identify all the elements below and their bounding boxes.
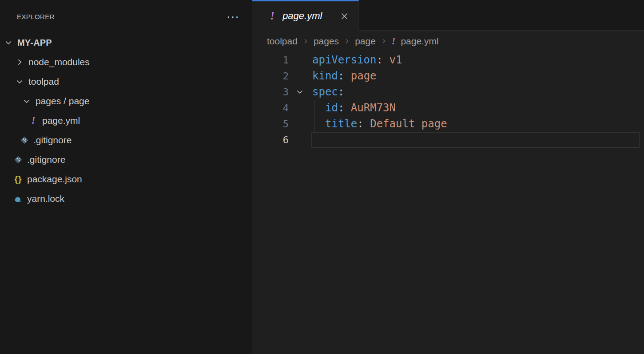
tab-bar: ! page.yml <box>252 0 644 31</box>
line-number: 4 <box>252 102 289 114</box>
chevron-down-icon <box>22 96 32 106</box>
close-icon[interactable] <box>340 12 349 20</box>
code-line-5: 5 title:Default page <box>252 116 644 132</box>
yaml-warning-icon: ! <box>28 116 38 126</box>
explorer-sidebar: EXPLORER ··· MY-APP node_modules to <box>0 0 252 354</box>
breadcrumb: toolpad pages page ! page.yml <box>252 31 644 52</box>
yaml-colon: : <box>357 118 363 130</box>
yaml-value: AuRM73N <box>351 102 396 114</box>
tree-item-label: node_modules <box>28 57 90 67</box>
line-number: 6 <box>252 134 289 146</box>
yaml-colon: : <box>377 54 383 66</box>
code-area[interactable]: 1 apiVersion:v1 2 kind:page 3 sp <box>252 52 644 354</box>
yaml-colon: : <box>338 86 344 98</box>
fold-chevron-icon[interactable] <box>289 87 312 96</box>
tree-item-toolpad[interactable]: toolpad <box>0 72 252 91</box>
yarn-icon <box>13 194 23 204</box>
more-actions-icon[interactable]: ··· <box>227 14 239 19</box>
chevron-right-icon <box>343 38 350 45</box>
yaml-value: Default page <box>370 118 447 130</box>
line-number: 1 <box>252 55 289 66</box>
tree-item-label: page.yml <box>42 115 80 126</box>
tree-item-my-app[interactable]: MY-APP <box>0 33 252 52</box>
current-line-highlight <box>311 132 640 148</box>
yaml-value: v1 <box>389 54 402 66</box>
tree-item-gitignore-root[interactable]: .gitignore <box>0 150 252 169</box>
code-line-1: 1 apiVersion:v1 <box>252 52 644 68</box>
yaml-key: id <box>325 102 338 114</box>
vscode-window: EXPLORER ··· MY-APP node_modules to <box>0 0 644 354</box>
breadcrumb-item-page[interactable]: page <box>355 36 376 47</box>
code-line-6: 6 <box>252 132 644 148</box>
explorer-header: EXPLORER ··· <box>0 0 252 33</box>
line-number: 2 <box>252 71 289 82</box>
code-line-2: 2 kind:page <box>252 68 644 84</box>
chevron-down-icon <box>15 77 24 87</box>
yaml-colon: : <box>338 102 344 114</box>
yaml-colon: : <box>338 70 344 82</box>
tree-item-label: .gitignore <box>27 154 65 165</box>
yaml-warning-icon: ! <box>270 9 274 23</box>
tree-item-label: .gitignore <box>33 135 72 146</box>
line-number: 5 <box>252 118 289 130</box>
tree-item-label: package.json <box>27 174 82 185</box>
yaml-key: kind <box>312 70 338 82</box>
tree-item-label: MY-APP <box>17 38 52 48</box>
tree-item-pages-page[interactable]: pages / page <box>0 91 252 111</box>
git-icon <box>20 135 29 145</box>
explorer-title: EXPLORER <box>17 13 55 20</box>
editor-group: ! page.yml toolpad pages page ! page.yml <box>252 0 644 354</box>
yaml-key: spec <box>312 86 338 98</box>
yaml-key: apiVersion <box>312 54 377 66</box>
chevron-right-icon <box>15 57 24 67</box>
line-number: 3 <box>252 87 289 98</box>
chevron-right-icon <box>380 38 387 45</box>
chevron-down-icon <box>4 38 13 47</box>
json-icon: {} <box>13 174 23 184</box>
git-icon <box>13 155 23 165</box>
yaml-key: title <box>325 118 357 130</box>
code-line-3: 3 spec: <box>252 84 644 100</box>
tree-item-yarn-lock[interactable]: yarn.lock <box>0 189 252 208</box>
tree-item-page-yml[interactable]: ! page.yml <box>0 111 252 130</box>
yaml-warning-icon: ! <box>392 35 396 47</box>
chevron-right-icon <box>302 38 309 45</box>
tree-item-node-modules[interactable]: node_modules <box>0 52 252 72</box>
code-line-4: 4 id:AuRM73N <box>252 100 644 116</box>
yaml-value: page <box>351 70 377 82</box>
tree-item-label: yarn.lock <box>27 193 64 204</box>
tree-item-gitignore-nested[interactable]: .gitignore <box>0 130 252 150</box>
breadcrumb-item-file[interactable]: page.yml <box>401 36 438 47</box>
tab-title: page.yml <box>282 10 340 22</box>
file-tree: MY-APP node_modules toolpad pages / page <box>0 33 252 208</box>
tab-page-yml[interactable]: ! page.yml <box>252 0 359 31</box>
tree-item-label: pages / page <box>36 96 89 106</box>
breadcrumb-item-toolpad[interactable]: toolpad <box>267 36 298 47</box>
tree-item-package-json[interactable]: {} package.json <box>0 169 252 189</box>
breadcrumb-item-pages[interactable]: pages <box>314 36 339 47</box>
tree-item-label: toolpad <box>28 76 59 87</box>
